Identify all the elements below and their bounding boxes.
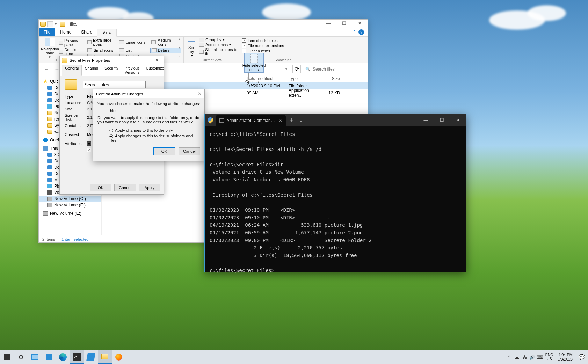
tab-dropdown-icon[interactable]: ⌄ [298,118,305,123]
folder-icon [47,123,52,128]
taskbar-vscode[interactable] [84,350,98,364]
tab-previous-versions[interactable]: Previous Versions [122,65,143,76]
options-icon [248,73,255,80]
qat-button[interactable] [47,21,53,27]
scroll-up-icon[interactable]: ▴ [179,37,183,41]
layout-extra-large[interactable]: Extra large icons [86,38,117,47]
taskbar-explorer[interactable] [98,350,112,364]
start-button[interactable] [0,350,14,364]
close-button[interactable]: ✕ [152,58,162,63]
folder-name-input[interactable] [83,81,146,88]
file-menu[interactable]: File [39,28,55,36]
folder-icon [47,153,52,157]
hidden-checkbox[interactable]: ✓ [87,148,91,152]
radio-folder-subfolders[interactable]: Apply changes to this folder, subfolders… [109,134,200,142]
details-pane-icon [59,50,63,54]
tab-view[interactable]: View [97,29,117,37]
minimize-button[interactable]: — [320,20,336,28]
taskbar-firefox[interactable] [112,350,126,364]
folder-icon [47,130,52,134]
hide-selected-items-button[interactable]: Hide selected items [244,53,264,73]
expand-icon[interactable]: ▿ [179,55,183,58]
options-button[interactable]: Options ▾ [244,73,260,87]
hidden-items-toggle[interactable]: Hidden items [242,49,324,53]
confirm-question: Do you want to apply this change to this… [97,116,200,124]
status-selected: 1 item selected [61,237,88,241]
preview-pane-button[interactable]: Preview pane [59,38,82,47]
layout-large[interactable]: Large icons [118,38,149,47]
help-icon[interactable]: ? [358,29,364,35]
read-only-checkbox[interactable]: ■ [87,141,91,146]
qat-dropdown-icon[interactable]: ▾ [55,22,57,26]
tray-network-icon[interactable]: 🖧 [521,355,528,360]
add-columns-button[interactable]: Add columns▾ [199,43,231,47]
details-pane-button[interactable]: Details pane [59,48,82,56]
navigation-pane-button[interactable]: Navigation pane ▾ [41,38,59,59]
folder-icon [47,159,52,163]
ok-button[interactable]: OK [90,184,111,191]
terminal-icon: >_ [73,353,81,361]
explorer-titlebar[interactable]: ▾ files — ☐ ✕ [39,20,368,28]
folder-icon [60,22,65,27]
tray-keyboard-icon[interactable]: ⌨ [536,355,544,360]
tab-sharing[interactable]: Sharing [82,65,101,76]
cancel-button[interactable]: Cancel [179,147,200,155]
close-button[interactable]: ✕ [450,114,466,126]
clock[interactable]: 4:04 PM 1/3/2023 [555,352,575,362]
firefox-icon [115,354,122,361]
ok-button[interactable]: OK [153,147,175,155]
notification-center-icon[interactable]: 💬 [575,354,588,360]
layout-icon [151,40,156,44]
documents-icon [47,98,52,102]
ribbon-collapse-icon[interactable]: ⌃ [353,29,356,35]
new-tab-button[interactable]: + [286,117,298,124]
language-indicator[interactable]: ENG US [544,353,555,361]
tab-customize[interactable]: Customize [143,65,167,76]
taskbar-edge[interactable] [56,350,70,364]
layout-icon [87,48,92,52]
radio-folder-only[interactable]: Apply changes to this folder only [109,128,200,132]
size-columns-button[interactable]: Size all columns to fit [199,48,238,56]
terminal-titlebar[interactable]: Administrator: Command Pror ✕ + ⌄ — ☐ ✕ [205,114,466,126]
layout-details[interactable]: Details [150,48,181,53]
address-dropdown[interactable]: ▾ [282,65,290,73]
tab-home[interactable]: Home [55,28,76,36]
refresh-button[interactable]: ⟳ [292,65,301,73]
folder-icon [40,22,46,27]
layout-small[interactable]: Small icons [86,48,117,53]
file-extensions-toggle[interactable]: ✓File name extensions [242,44,324,48]
confirm-titlebar[interactable]: Confirm Attribute Changes ✕ [93,89,204,98]
tab-share[interactable]: Share [76,28,97,36]
close-button[interactable]: ✕ [352,20,368,28]
tray-volume-icon[interactable]: 🔊 [528,355,536,360]
tab-security[interactable]: Security [101,65,122,76]
apply-button[interactable]: Apply [139,184,160,191]
layout-list[interactable]: List [118,48,149,53]
taskbar-taskview[interactable] [28,350,42,364]
maximize-button[interactable]: ☐ [336,20,352,28]
file-explorer-icon [101,354,108,359]
column-size[interactable]: Size [324,76,343,81]
taskbar-settings[interactable]: ⚙ [14,350,28,364]
terminal-tab[interactable]: Administrator: Command Pror ✕ [216,115,286,126]
taskbar-terminal[interactable]: >_ [70,350,84,364]
item-check-boxes-toggle[interactable]: ✓Item check boxes [242,38,324,43]
terminal-output[interactable]: c:\>cd c:\files\"Secret Files" c:\files\… [205,126,466,279]
tab-close-icon[interactable]: ✕ [278,118,282,123]
taskbar-store[interactable] [42,350,56,364]
layout-medium[interactable]: Medium icons [150,38,181,47]
cancel-button[interactable]: Cancel [114,184,136,191]
tray-chevron-icon[interactable]: ⌃ [505,355,513,360]
column-type[interactable]: Type [289,76,324,81]
close-button[interactable]: ✕ [198,91,202,96]
cmd-icon [219,118,224,123]
minimize-button[interactable]: — [418,114,434,126]
tray-onedrive-icon[interactable]: ☁ [513,355,521,360]
group-by-button[interactable]: Group by▾ [199,38,224,42]
properties-titlebar[interactable]: Secret Files Properties ✕ [60,56,164,65]
maximize-button[interactable]: ☐ [434,114,450,126]
scroll-down-icon[interactable]: ▾ [179,46,183,49]
search-input[interactable]: 🔍 Search files [303,65,364,73]
back-button[interactable]: ← [42,65,51,73]
tab-general[interactable]: General [62,65,82,76]
